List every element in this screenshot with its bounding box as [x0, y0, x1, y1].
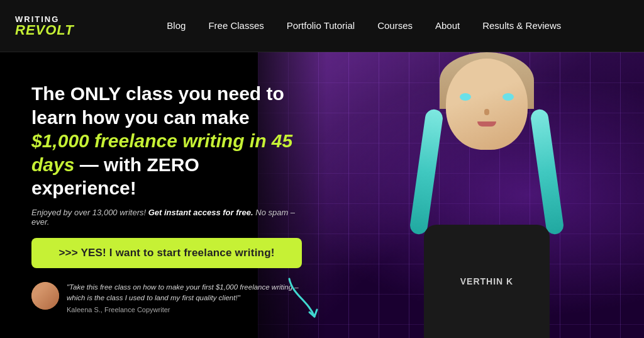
person-head	[446, 59, 528, 150]
nav-item-free-classes[interactable]: Free Classes	[208, 20, 264, 31]
hero-headline: The ONLY class you need to learn how you…	[31, 82, 302, 200]
nav-link-courses[interactable]: Courses	[377, 20, 413, 31]
testimonial-quote: "Take this free class on how to make you…	[67, 282, 302, 304]
cta-button[interactable]: >>> YES! I want to start freelance writi…	[31, 238, 302, 268]
avatar-image	[31, 282, 59, 310]
nav-link-about[interactable]: About	[435, 20, 460, 31]
nav-item-courses[interactable]: Courses	[377, 20, 413, 31]
testimonial-quote-text: "Take this free class on how to make you…	[67, 282, 302, 304]
testimonial: "Take this free class on how to make you…	[31, 282, 302, 314]
hero-person: VERTHIN K	[330, 52, 644, 338]
testimonial-author: Kaleena S., Freelance Copywriter	[67, 306, 302, 313]
nav-item-portfolio-tutorial[interactable]: Portfolio Tutorial	[287, 20, 355, 31]
testimonial-content: "Take this free class on how to make you…	[67, 282, 302, 314]
person-braid-right	[530, 108, 565, 235]
nav-link-results-reviews[interactable]: Results & Reviews	[482, 20, 561, 31]
subtext-normal-1: Enjoyed by over 13,000 writers!	[31, 208, 148, 217]
logo[interactable]: WRITING REVOLT	[15, 15, 74, 37]
nav-links: Blog Free Classes Portfolio Tutorial Cou…	[99, 20, 629, 31]
person-figure: VERTHIN K	[367, 52, 606, 338]
person-body: VERTHIN K	[424, 225, 550, 338]
hero-content: The ONLY class you need to learn how you…	[0, 52, 327, 338]
nav-link-blog[interactable]: Blog	[167, 20, 186, 31]
hero-section: The ONLY class you need to learn how you…	[0, 52, 644, 338]
hero-subtext: Enjoyed by over 13,000 writers! Get inst…	[31, 208, 302, 227]
nav-item-results-reviews[interactable]: Results & Reviews	[482, 20, 561, 31]
nav-item-blog[interactable]: Blog	[167, 20, 186, 31]
shirt-text: VERTHIN K	[460, 276, 513, 286]
person-braid-left	[409, 108, 444, 235]
arrow-icon	[283, 276, 321, 320]
logo-revolt: REVOLT	[15, 23, 74, 37]
nav-link-free-classes[interactable]: Free Classes	[208, 20, 264, 31]
navigation: WRITING REVOLT Blog Free Classes Portfol…	[0, 0, 644, 52]
avatar	[31, 282, 59, 310]
subtext-bold: Get instant access for free.	[148, 208, 253, 217]
nav-link-portfolio-tutorial[interactable]: Portfolio Tutorial	[287, 20, 355, 31]
nav-item-about[interactable]: About	[435, 20, 460, 31]
headline-text-1: The ONLY class you need to learn how you…	[31, 83, 284, 128]
